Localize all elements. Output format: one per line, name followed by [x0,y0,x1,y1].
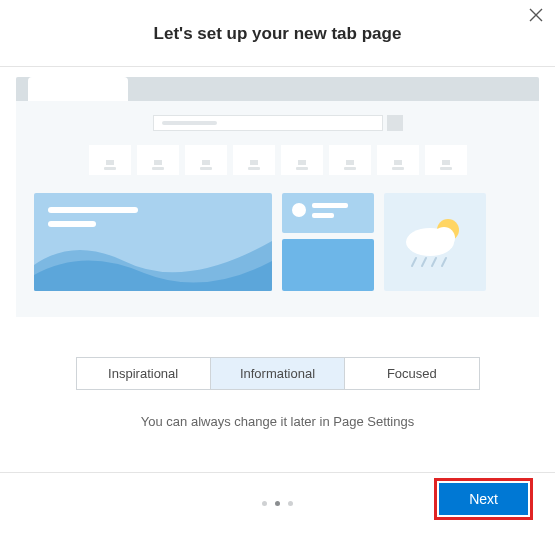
preview-tile [233,145,275,175]
option-informational[interactable]: Informational [210,358,344,389]
preview-cards [34,193,521,291]
preview-search-box [153,115,383,131]
pager-dot [288,501,293,506]
step-pager [262,501,293,506]
option-focused[interactable]: Focused [344,358,478,389]
svg-line-5 [432,258,436,266]
divider-top [0,66,555,67]
preview-tile [281,145,323,175]
next-button-highlight: Next [434,478,533,520]
preview-tile [377,145,419,175]
svg-point-2 [433,227,455,249]
preview-card-column [282,193,374,291]
preview-card-small [282,239,374,291]
svg-line-3 [412,258,416,266]
page-title: Let's set up your new tab page [0,0,555,66]
preview-tile [425,145,467,175]
preview-card-large [34,193,272,291]
preview-tab-active [28,77,128,101]
preview-search-button [387,115,403,131]
hint-text: You can always change it later in Page S… [0,414,555,429]
preview-tabbar [16,77,539,101]
footer: Next [0,472,555,534]
preview-search-row [34,115,521,131]
preview-quicklinks [34,145,521,175]
preview-tile [185,145,227,175]
layout-preview [16,77,539,317]
preview-weather-card [384,193,486,291]
next-button[interactable]: Next [439,483,528,515]
svg-line-4 [422,258,426,266]
svg-line-6 [442,258,446,266]
preview-tile [329,145,371,175]
preview-card-small [282,193,374,233]
preview-tile [89,145,131,175]
layout-options: Inspirational Informational Focused [76,357,480,390]
preview-body [16,101,539,317]
preview-tile [137,145,179,175]
pager-dot-active [275,501,280,506]
close-icon[interactable] [525,2,547,31]
option-inspirational[interactable]: Inspirational [77,358,210,389]
pager-dot [262,501,267,506]
